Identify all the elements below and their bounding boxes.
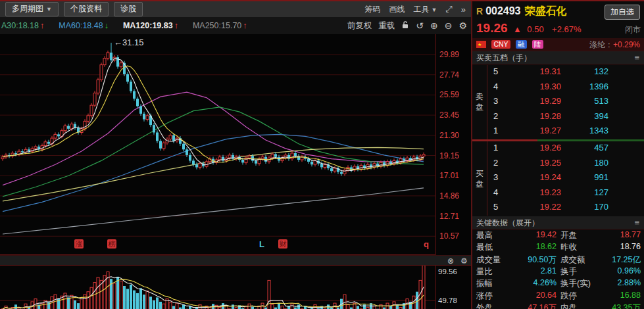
ma-legend-item: MA120:19.83↑ [123,21,178,30]
order-book-row[interactable]: 5 19.31 132 [487,66,644,82]
add-watchlist-button[interactable]: 加自选 [605,5,640,20]
metric-label: 最高 [476,230,493,241]
metric-label: 换手(实) [560,278,591,289]
key-data-row: 涨停 20.64 跌停 16.88 [472,291,644,302]
multi-period-button[interactable]: 多周期图▼ [5,2,59,16]
badges-row: ★ CNY 融 陆 涤纶：+0.29% [472,38,644,51]
metric-label: 振幅 [476,278,493,289]
level-price: 19.24 [507,172,561,182]
metric-value: 19.42 [512,230,557,239]
buy-ratio-segment [537,139,644,141]
last-price: 19.26 [476,21,508,35]
level-volume: 132 [566,66,608,76]
menu-icon[interactable]: ≡ [634,216,639,229]
svg-text:29.89: 29.89 [439,50,459,59]
key-data-row: 振幅 4.26% 换手(实) 2.88% [472,278,644,290]
level-volume: 991 [566,172,608,182]
svg-text:榜: 榜 [109,240,116,248]
volume-pane[interactable]: 99.56 49.78 [0,266,471,309]
metric-label: 开盘 [560,230,577,241]
more-chevrons-icon[interactable]: » [461,5,466,14]
pane-settings-gear-icon[interactable]: ⚙ [460,256,468,266]
order-book-header[interactable]: 买卖五档（手） ≡ [472,51,644,64]
margin-badge[interactable]: 融 [516,40,527,49]
level: 3 [493,172,498,182]
candlestick-svg: 29.8927.7425.5923.4521.3019.1517.0114.86… [0,34,471,255]
sector-quote[interactable]: 涤纶：+0.29% [589,39,640,51]
level-price: 19.25 [507,158,561,168]
metric-value: 18.62 [512,242,557,251]
draw-line-button[interactable]: 画线 [389,4,405,15]
key-data-header[interactable]: 关键数据（展开） ≡ [472,216,644,229]
close-pane-icon[interactable]: ⊗ [447,256,454,266]
ma-legend-item: MA250:15.70↑ [193,21,247,30]
order-book-row[interactable]: 3 19.29 513 [487,96,644,111]
level: 4 [493,82,498,91]
level-volume: 127 [566,187,608,197]
order-book-row[interactable]: 5 19.22 170 [487,202,644,217]
svg-text:←31.15: ←31.15 [114,37,144,47]
chips-button[interactable]: 筹码 [364,4,380,15]
price-up-arrow-icon: ▲ [513,24,522,34]
level: 1 [493,126,498,135]
order-book-row[interactable]: 4 19.23 127 [487,187,644,202]
level: 2 [493,158,498,168]
metric-label: 量比 [476,266,493,277]
metric-label: 涨停 [476,291,493,302]
svg-text:10.57: 10.57 [439,231,459,241]
undo-icon[interactable]: ↺ [416,20,424,31]
svg-text:涨: 涨 [76,240,83,248]
order-book-row[interactable]: 3 19.24 991 [487,172,644,187]
adjust-mode-button[interactable]: 前复权 [347,20,372,32]
diagnose-button[interactable]: 诊股 [114,2,143,16]
fullscreen-icon[interactable]: ⤢ [445,4,452,14]
main-candlestick-chart[interactable]: 29.8927.7425.5923.4521.3019.1517.0114.86… [0,34,471,255]
sector-change: +0.29% [613,40,640,49]
level-price: 19.22 [507,202,561,212]
ma-legend-item: MA60:18.48↓ [59,21,109,30]
settings-gear-icon[interactable]: ⚙ [458,20,467,31]
key-data-row: 成交量 90.50万 成交额 17.25亿 [472,254,644,266]
svg-text:财: 财 [280,240,287,248]
volume-svg [0,266,471,309]
sector-name: 涤纶： [589,40,613,49]
level: 4 [493,187,498,197]
sell-side-label: 卖盘 [472,65,487,139]
stock-info-button[interactable]: 个股资料 [64,2,109,16]
rzrq-flag: R [476,6,483,16]
key-data-row: 量比 2.81 换手 0.96% [472,266,644,278]
reload-button[interactable]: 重载 [378,20,395,32]
stock-title: R002493荣盛石化 [476,5,567,18]
svg-text:19.15: 19.15 [439,151,459,160]
menu-icon[interactable]: ≡ [634,51,639,64]
metric-value: 16.88 [595,291,641,300]
volume-axis-label-max: 99.56 [438,268,457,275]
level-price: 19.23 [507,187,561,197]
svg-text:23.45: 23.45 [439,110,459,120]
metric-label: 成交额 [560,254,585,266]
cn-flag-icon: ★ [476,41,486,48]
svg-text:L: L [259,239,264,249]
stock-connect-badge[interactable]: 陆 [532,40,543,49]
order-book-row[interactable]: 1 19.27 1343 [487,126,644,141]
tools-button[interactable]: 工具▼ [413,4,437,15]
level: 3 [493,96,498,106]
order-book-row[interactable]: 4 19.30 1396 [487,82,644,97]
key-data-row: 最低 18.62 昨收 18.76 [472,242,644,254]
volume-pane-header: ⊗ ⚙ [0,255,471,266]
unlock-icon[interactable] [401,20,409,31]
level-price: 19.28 [507,111,561,121]
price-row: 19.26 ▲ 0.50 +2.67% 闭市 [476,21,641,36]
metric-value: 43.35万 [595,302,641,309]
ma-legend-item: A30:18.18↑ [1,21,44,30]
level-volume: 180 [566,158,608,168]
zoom-in-icon[interactable]: ⊕ [430,20,438,31]
quote-panel: R002493荣盛石化 加自选 19.26 ▲ 0.50 +2.67% 闭市 ★… [471,1,644,309]
zoom-out-icon[interactable]: ⊖ [445,20,453,31]
order-book-row[interactable]: 1 19.26 457 [487,143,644,158]
order-book-title: 买卖五档（手） [476,53,532,62]
order-book-row[interactable]: 2 19.28 394 [487,111,644,126]
svg-text:21.30: 21.30 [439,131,459,140]
metric-value: 4.26% [512,278,557,287]
order-book-row[interactable]: 2 19.25 180 [487,158,644,173]
